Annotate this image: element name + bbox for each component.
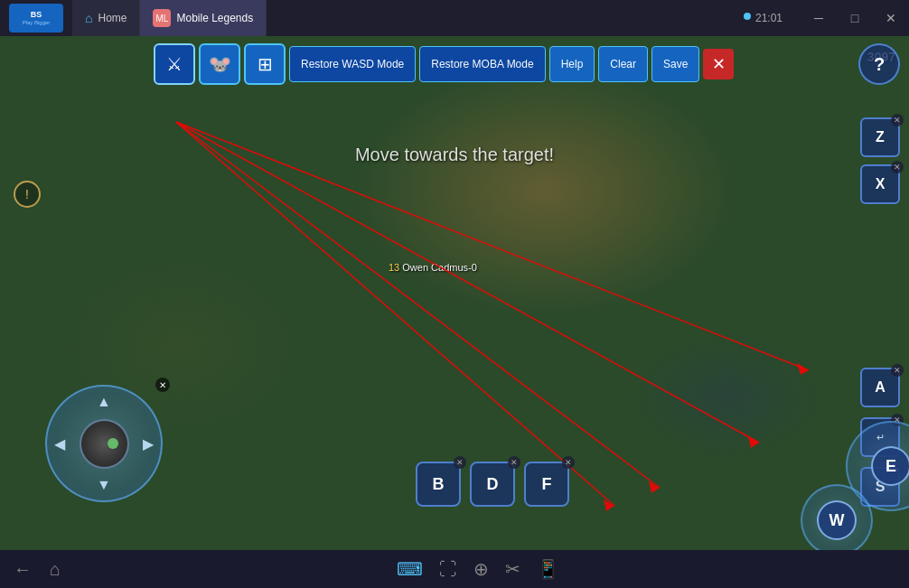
window-controls: ─ □ ✕: [801, 0, 909, 36]
titlebar: BS Play Bigger ⌂ Home ML Mobile Legends …: [0, 0, 909, 36]
key-d-button[interactable]: D: [470, 462, 515, 507]
key-f-wrapper: ✕ F: [524, 462, 569, 507]
mouse-icon-button[interactable]: 🐭: [199, 43, 240, 85]
key-x-wrapper: ✕ X: [860, 164, 900, 204]
arrow-down-icon: ▼: [97, 477, 111, 493]
player-name: 13 Owen Cadmus-0: [389, 262, 477, 273]
player-level: 13: [389, 262, 399, 273]
left-ui: !: [14, 181, 41, 208]
bottom-nav-left: ← ⌂: [14, 559, 61, 580]
back-button[interactable]: ←: [14, 559, 32, 580]
phone-icon[interactable]: 📱: [537, 558, 559, 580]
joystick-container[interactable]: ✕ ▲ ▼ ◀ ▶: [45, 385, 163, 502]
alert-indicator: !: [14, 181, 41, 208]
key-a-close[interactable]: ✕: [891, 364, 904, 377]
key-a-inner-wrapper: ✕ A: [860, 368, 900, 407]
location-icon[interactable]: ⊕: [473, 558, 489, 580]
bottom-keys: ✕ B ✕ D ✕ F: [416, 462, 569, 507]
help-circle-button[interactable]: ?: [858, 43, 900, 85]
home-nav-button[interactable]: ⌂: [50, 559, 61, 580]
key-e-button[interactable]: E: [871, 446, 909, 486]
joystick-inner[interactable]: [80, 419, 129, 469]
restore-wasd-button[interactable]: Restore WASD Mode: [289, 46, 416, 82]
key-z-wrapper: ✕ Z: [860, 117, 900, 157]
keyboard-icon[interactable]: ⌨: [397, 558, 423, 580]
right-keys: ✕ Z ✕ X: [860, 117, 900, 204]
toolbar: ⚔ 🐭 ⊞ Restore WASD Mode Restore MOBA Mod…: [154, 43, 734, 85]
maximize-button[interactable]: □: [837, 0, 873, 36]
key-b-wrapper: ✕ B: [416, 462, 461, 507]
key-w-button[interactable]: W: [817, 500, 857, 540]
help-button[interactable]: Help: [549, 46, 595, 82]
logo-text: BS: [31, 11, 42, 20]
tab-game[interactable]: ML Mobile Legends: [140, 0, 267, 36]
bottom-nav-center: ⌨ ⛶ ⊕ ✂ 📱: [397, 558, 559, 580]
key-b-button[interactable]: B: [416, 462, 461, 507]
close-button[interactable]: ✕: [873, 0, 909, 36]
tab-home[interactable]: ⌂ Home: [72, 0, 140, 36]
key-f-button[interactable]: F: [524, 462, 569, 507]
key-x-close[interactable]: ✕: [891, 161, 904, 173]
grid-icon-button[interactable]: ⊞: [244, 43, 286, 85]
key-w-circle[interactable]: W: [801, 484, 873, 556]
key-d-wrapper: ✕ D: [470, 462, 515, 507]
clear-button[interactable]: Clear: [598, 46, 648, 82]
toolbar-close-button[interactable]: ✕: [703, 49, 734, 79]
tab-game-label: Mobile Legends: [176, 12, 253, 24]
home-icon: ⌂: [85, 11, 92, 25]
game-icon: ML: [153, 9, 171, 27]
time-display: 21:01: [755, 12, 782, 24]
arrow-up-icon: ▲: [97, 394, 111, 410]
key-a-wrapper: ✕ A: [860, 368, 900, 407]
joystick-outer[interactable]: ▲ ▼ ◀ ▶: [45, 385, 163, 502]
key-d-close[interactable]: ✕: [508, 456, 520, 469]
tab-home-label: Home: [98, 12, 127, 24]
arrow-right-icon: ▶: [143, 435, 154, 453]
game-container: ⚔ 🐭 ⊞ Restore WASD Mode Restore MOBA Mod…: [0, 36, 909, 588]
key-b-close[interactable]: ✕: [454, 456, 466, 469]
fullscreen-icon[interactable]: ⛶: [439, 559, 457, 580]
bottom-bar: ← ⌂ ⌨ ⛶ ⊕ ✂ 📱: [0, 550, 909, 588]
key-f-close[interactable]: ✕: [562, 456, 575, 469]
scissors-icon[interactable]: ✂: [505, 558, 520, 580]
player-name-text: Owen Cadmus-0: [402, 262, 477, 273]
app-logo: BS Play Bigger: [0, 4, 72, 33]
move-text: Move towards the target!: [355, 145, 554, 165]
key-z-close[interactable]: ✕: [891, 114, 904, 126]
save-button[interactable]: Save: [651, 46, 699, 82]
logo-sub: Play Bigger: [23, 20, 51, 25]
notification-dot: [744, 13, 751, 20]
combat-icon-button[interactable]: ⚔: [154, 43, 195, 85]
arrow-left-icon: ◀: [54, 435, 65, 453]
minimize-button[interactable]: ─: [801, 0, 837, 36]
bluestacks-logo: BS Play Bigger: [9, 4, 63, 33]
joystick-dot: [108, 438, 118, 449]
restore-moba-button[interactable]: Restore MOBA Mode: [419, 46, 545, 82]
